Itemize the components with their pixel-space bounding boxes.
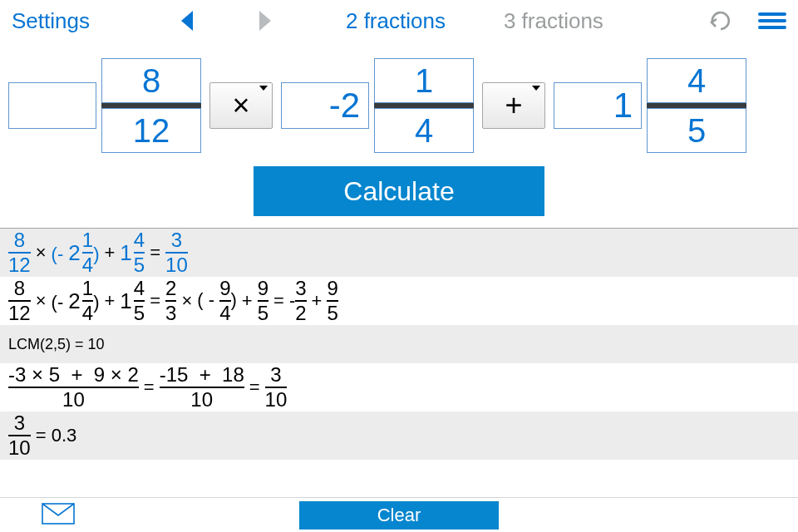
fraction-input-row: 8 12 × -2 1 4 + 1 4 5	[0, 42, 798, 161]
fraction-1-denominator[interactable]: 12	[101, 108, 201, 153]
fraction-2-denominator[interactable]: 4	[374, 108, 474, 153]
menu-icon[interactable]	[758, 12, 786, 29]
nav-arrows	[181, 11, 271, 31]
result-line-1: 812 × (- 214) + 145 = 310	[0, 229, 798, 277]
fraction-2: -2 1 4	[281, 58, 474, 153]
fraction-3: 1 4 5	[554, 58, 746, 153]
prev-arrow-icon[interactable]	[181, 11, 193, 31]
fraction-2-whole[interactable]: -2	[281, 82, 369, 129]
fraction-1-numerator[interactable]: 8	[101, 58, 201, 103]
top-bar: Settings 2 fractions 3 fractions	[0, 0, 798, 42]
chevron-down-icon	[532, 86, 540, 91]
fraction-3-denominator[interactable]: 5	[647, 108, 746, 153]
fraction-3-numerator[interactable]: 4	[647, 58, 746, 103]
result-line-3: LCM(2,5) = 10	[0, 325, 798, 363]
operator-1-value: ×	[232, 88, 249, 123]
bottom-bar: Clear	[0, 497, 798, 532]
operator-1-select[interactable]: ×	[209, 82, 273, 129]
tab-2-fractions[interactable]: 2 fractions	[346, 8, 446, 34]
calculate-button[interactable]: Calculate	[254, 166, 544, 216]
settings-link[interactable]: Settings	[12, 8, 90, 34]
next-arrow-icon	[259, 11, 271, 31]
fraction-3-whole[interactable]: 1	[554, 82, 642, 129]
fraction-2-numerator[interactable]: 1	[374, 58, 474, 103]
tab-3-fractions[interactable]: 3 fractions	[504, 8, 603, 34]
operator-2-select[interactable]: +	[482, 82, 545, 129]
clear-button[interactable]: Clear	[299, 501, 499, 530]
result-line-4: -3 × 5 + 9 × 210 = -15 + 1810 = 310	[0, 363, 798, 411]
mail-icon[interactable]	[42, 503, 75, 528]
fraction-1: 8 12	[8, 58, 201, 153]
fraction-1-whole[interactable]	[8, 82, 96, 129]
result-line-2: 812 × (- 214) + 145 = 23 × ( - 94) + 95 …	[0, 277, 798, 325]
operator-2-value: +	[505, 88, 522, 123]
result-line-5: 310 = 0.3	[0, 411, 798, 460]
undo-icon[interactable]	[708, 11, 733, 31]
results-panel: 812 × (- 214) + 145 = 310 812 × (- 214) …	[0, 228, 798, 460]
mode-tabs: 2 fractions 3 fractions	[346, 8, 603, 34]
chevron-down-icon	[259, 86, 268, 91]
